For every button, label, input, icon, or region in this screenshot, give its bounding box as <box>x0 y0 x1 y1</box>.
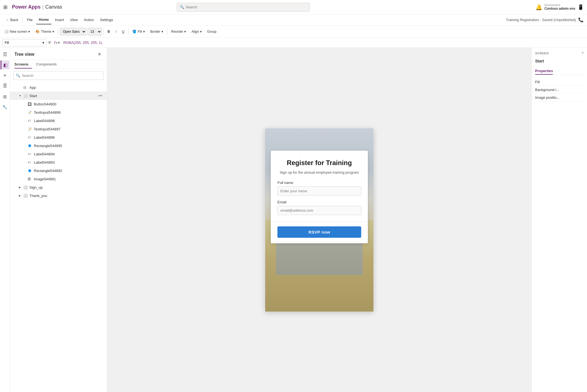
tab-screens[interactable]: Screens <box>14 60 32 69</box>
tree-item-start[interactable]: ▼ ⬜ Start ••• <box>10 92 107 100</box>
back-button[interactable]: ← Back <box>3 17 21 23</box>
tree-tabs: Screens Components <box>10 60 107 69</box>
tree-items: ⊟ App ▼ ⬜ Start ••• 🔲 Button544900 <box>10 82 107 392</box>
fx-chevron: ▾ <box>58 41 60 45</box>
menu-insert[interactable]: Insert <box>52 16 67 24</box>
italic-button[interactable]: / <box>113 27 118 36</box>
app-save-title: Training Registration - Saved (Unpublish… <box>506 18 576 22</box>
underline-button[interactable]: U <box>120 27 127 36</box>
tree-item-rectangle544892[interactable]: 🔷 Rectangle544892 <box>10 166 107 175</box>
label544894-label: Label544894 <box>34 152 102 156</box>
group-label: Group <box>207 30 216 34</box>
prop-image-position[interactable]: Image positio... <box>535 94 584 102</box>
sidebar-icon-media[interactable]: ⊞ <box>1 92 9 101</box>
button-icon: 🔲 <box>28 102 33 106</box>
app-frame: Register for Training Sign up for the an… <box>265 128 373 312</box>
label-icon-2: 🏷 <box>28 136 33 139</box>
tree-item-thank-you[interactable]: ▶ ⬜ Thank_you <box>10 191 107 200</box>
sidebar-icons: ☰ ◧ + 🗄 ⊞ 🔧 <box>0 48 10 392</box>
sidebar-icon-add[interactable]: + <box>1 71 9 80</box>
save-icon: 📞 <box>578 17 584 22</box>
main-layout: ☰ ◧ + 🗄 ⊞ 🔧 Tree view ✕ Screens Componen… <box>0 48 587 392</box>
button544900-label: Button544900 <box>34 102 102 106</box>
reorder-label: Reorder <box>171 30 183 34</box>
form-title: Register for Training <box>277 158 361 167</box>
fx-button[interactable]: f x ▾ <box>52 41 62 45</box>
font-family-dropdown[interactable]: Open Sans <box>60 28 86 36</box>
sidebar-icon-layers[interactable]: ◧ <box>1 60 9 69</box>
global-search-bar[interactable]: 🔍 <box>177 3 310 12</box>
toolbar-sep-3 <box>128 28 128 35</box>
property-dropdown[interactable]: Fill ▾ <box>2 39 47 46</box>
new-screen-button[interactable]: ⬜ New screen ▾ <box>2 27 32 36</box>
help-icon[interactable]: ? <box>581 51 584 55</box>
fullname-input[interactable] <box>277 186 361 196</box>
tree-search-bar[interactable]: 🔍 <box>13 71 103 80</box>
theme-chevron: ▾ <box>52 30 54 34</box>
tree-header: Tree view ✕ <box>10 48 107 60</box>
tree-search-input[interactable] <box>22 74 101 78</box>
rsvp-button[interactable]: RSVP now <box>277 226 361 238</box>
menu-action[interactable]: Action <box>81 16 97 24</box>
rectangle544892-label: Rectangle544892 <box>34 169 102 173</box>
tree-item-label544894[interactable]: 🏷 Label544894 <box>10 150 107 158</box>
tab-components[interactable]: Components <box>36 60 60 69</box>
tree-close-button[interactable]: ✕ <box>97 51 102 57</box>
menu-bar-left: ← Back File Home Insert View Action Sett… <box>3 16 116 24</box>
email-label: Email <box>277 200 361 204</box>
tree-item-image544891[interactable]: 🖼 Image544891 <box>10 175 107 183</box>
start-more-icon[interactable]: ••• <box>98 93 102 98</box>
tree-item-label544898[interactable]: 🏷 Label544898 <box>10 117 107 125</box>
label544898-label: Label544898 <box>34 119 102 123</box>
app-grid-icon[interactable]: ⊞ <box>3 4 7 10</box>
fx-label: x <box>56 41 57 45</box>
sidebar-icon-menu[interactable]: ☰ <box>1 50 9 59</box>
fill-button[interactable]: 🪣 Fill ▾ <box>130 27 147 36</box>
tree-item-textinput544897[interactable]: 📝 TextInput544897 <box>10 125 107 133</box>
menu-settings[interactable]: Settings <box>97 16 116 24</box>
tree-item-textinput544899[interactable]: 📝 TextInput544899 <box>10 108 107 117</box>
border-button[interactable]: Border ▾ <box>148 27 165 36</box>
prop-background[interactable]: Background i... <box>535 86 584 94</box>
textinput-icon-1: 📝 <box>28 111 33 114</box>
fullname-label: Full name <box>277 181 361 185</box>
tree-item-rectangle544895[interactable]: 🔷 Rectangle544895 <box>10 141 107 150</box>
back-label: Back <box>10 18 18 22</box>
properties-tabs: Properties <box>535 68 584 75</box>
title-separator: | <box>42 4 44 10</box>
align-button[interactable]: Align ▾ <box>189 27 204 36</box>
menu-file[interactable]: File <box>24 16 36 24</box>
reorder-button[interactable]: Reorder ▾ <box>169 27 188 36</box>
sidebar-icon-tools[interactable]: 🔧 <box>1 103 9 112</box>
form-subtitle: Sign up for the annual employee training… <box>277 170 361 175</box>
canvas-label: Canvas <box>45 4 62 10</box>
group-button[interactable]: Group <box>205 27 219 36</box>
rectangle-icon-2: 🔷 <box>28 169 33 173</box>
bold-button[interactable]: B <box>105 27 112 36</box>
title-area: Training Registration - Saved (Unpublish… <box>506 17 584 22</box>
signup-screen-icon: ⬜ <box>23 185 28 189</box>
toolbar-sep-2 <box>103 28 104 35</box>
screen-name: Start <box>535 59 584 63</box>
global-search-input[interactable] <box>186 5 307 9</box>
menu-home[interactable]: Home <box>36 16 52 24</box>
tree-item-label544896[interactable]: 🏷 Label544896 <box>10 133 107 141</box>
right-panel: SCREEN ? Start Properties Fill Backgroun… <box>532 48 587 392</box>
sidebar-icon-data[interactable]: 🗄 <box>1 82 9 90</box>
email-input[interactable] <box>277 206 361 215</box>
tree-item-sign-up[interactable]: ▶ ⬜ Sign_up <box>10 183 107 191</box>
property-label: Fill <box>5 41 9 45</box>
toolbar-sep-4 <box>167 28 167 35</box>
theme-button[interactable]: 🎨 Theme ▾ <box>33 27 56 36</box>
tree-item-app[interactable]: ⊟ App <box>10 83 107 92</box>
fill-icon: 🪣 <box>132 30 136 34</box>
tree-item-label544893[interactable]: 🏷 Label544893 <box>10 158 107 166</box>
tree-item-button544900[interactable]: 🔲 Button544900 <box>10 100 107 108</box>
prop-fill[interactable]: Fill <box>535 78 584 86</box>
env-label: Environment <box>545 4 575 7</box>
menu-view[interactable]: View <box>67 16 81 24</box>
formula-input[interactable] <box>63 41 585 45</box>
image-icon: 🖼 <box>28 177 33 181</box>
font-size-dropdown[interactable]: 13 <box>87 28 102 36</box>
tab-properties[interactable]: Properties <box>535 68 553 75</box>
